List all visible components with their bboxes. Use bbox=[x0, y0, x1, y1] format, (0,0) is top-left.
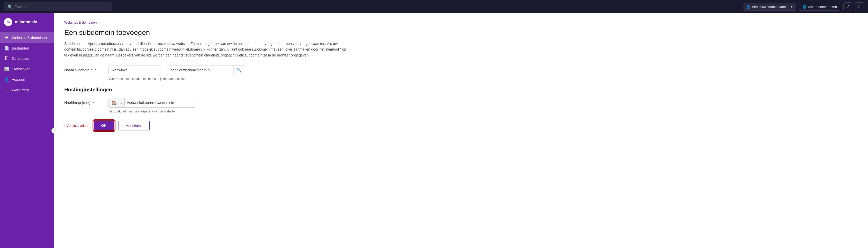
root-label: Hoofdmap (root) * bbox=[64, 101, 105, 105]
search-icon: 🔍 bbox=[7, 4, 12, 9]
sidebar-item-bestanden-label: Bestanden bbox=[12, 46, 29, 50]
sidebar-item-bestanden[interactable]: 📄 Bestanden bbox=[0, 43, 54, 54]
theme-btn[interactable]: ☾ bbox=[855, 2, 864, 11]
sidebar-item-account-label: Account bbox=[12, 77, 25, 82]
required-note: * Vereiste velden bbox=[64, 124, 90, 128]
search-input[interactable] bbox=[14, 5, 109, 9]
globe-icon: 🌐 bbox=[802, 5, 807, 9]
subdomain-name-input[interactable] bbox=[108, 65, 160, 75]
wordpress-icon: ⊕ bbox=[4, 87, 9, 93]
breadcrumb-parent[interactable]: Websites & domeinen bbox=[64, 21, 97, 24]
sidebar-item-account[interactable]: 👤 Account bbox=[0, 74, 54, 85]
topnav-right: 👤 eennieuwedomeinaam.nl ▾ 🌐 Alle abonnem… bbox=[743, 2, 864, 11]
sidebar-item-databases-label: Databases bbox=[12, 57, 29, 61]
ok-button[interactable]: OK bbox=[94, 120, 115, 131]
subscriptions-btn[interactable]: 🌐 Alle abonnementen bbox=[799, 3, 840, 10]
root-input[interactable] bbox=[125, 101, 196, 105]
stats-icon: 📊 bbox=[4, 67, 9, 71]
cancel-button[interactable]: Annuleren bbox=[119, 121, 150, 131]
hosting-section-title: Hostinginstellingen bbox=[64, 87, 352, 93]
footer-row: * Vereiste velden OK Annuleren bbox=[64, 120, 352, 131]
breadcrumb: Websites & domeinen › bbox=[64, 21, 352, 24]
account-icon: 👤 bbox=[4, 77, 9, 82]
logo-circle: m bbox=[4, 18, 12, 26]
page-description: Subdomeinen zijn internetadressen voor v… bbox=[64, 41, 347, 58]
domain-selector-btn[interactable]: 👤 eennieuwedomeinaam.nl ▾ bbox=[743, 3, 796, 10]
sidebar: m mijndomein ☰ Websites & domeinen 📄 Bes… bbox=[0, 13, 54, 248]
root-row: Hoofdmap (root) * 🏠 / bbox=[64, 98, 352, 108]
root-hint: Het zoekpad naar de startpagina van de w… bbox=[108, 110, 352, 113]
websites-icon: ☰ bbox=[4, 35, 9, 40]
sidebar-logo: m mijndomein bbox=[0, 13, 54, 30]
help-btn[interactable]: ? bbox=[843, 2, 852, 11]
root-required-star: * bbox=[93, 101, 94, 105]
help-icon: ? bbox=[847, 4, 849, 9]
user-icon: 👤 bbox=[746, 5, 750, 9]
main-content: Websites & domeinen › Een subdomein toev… bbox=[54, 13, 868, 248]
sidebar-item-websites-label: Websites & domeinen bbox=[12, 36, 47, 40]
database-icon: 🗄 bbox=[4, 56, 9, 61]
sidebar-item-websites[interactable]: ☰ Websites & domeinen bbox=[0, 32, 54, 43]
search-domain-icon: 🔍 bbox=[234, 66, 244, 75]
page-title: Een subdomein toevoegen bbox=[64, 29, 352, 37]
chevron-down-icon: ▾ bbox=[791, 5, 793, 9]
logo-text: mijndomein bbox=[15, 20, 37, 24]
root-input-wrapper: 🏠 / bbox=[108, 98, 196, 108]
subdomain-label: Naam subdomein * bbox=[64, 68, 105, 72]
sidebar-item-wordpress-label: WordPress bbox=[12, 88, 30, 92]
sidebar-item-wordpress[interactable]: ⊕ WordPress bbox=[0, 85, 54, 95]
subdomain-required-star: * bbox=[95, 68, 96, 72]
topnav: 🔍 👤 eennieuwedomeinaam.nl ▾ 🌐 Alle abonn… bbox=[0, 0, 868, 13]
sidebar-item-databases[interactable]: 🗄 Databases bbox=[0, 54, 54, 64]
subdomain-hint: Voer * in om een subdomein met een joker… bbox=[108, 77, 352, 81]
domain-selector[interactable]: eennieuwedomeinaam.nl 🔍 bbox=[167, 65, 244, 75]
theme-icon: ☾ bbox=[858, 4, 861, 9]
subdomain-name-row: Naam subdomein * . eennieuwedomeinaam.nl… bbox=[64, 65, 352, 75]
breadcrumb-separator: › bbox=[99, 21, 100, 24]
files-icon: 📄 bbox=[4, 46, 9, 50]
collapse-icon: ‹ bbox=[54, 130, 55, 132]
topnav-domain-label: eennieuwedomeinaam.nl bbox=[752, 5, 789, 9]
sidebar-nav: ☰ Websites & domeinen 📄 Bestanden 🗄 Data… bbox=[0, 30, 54, 248]
subscriptions-label: Alle abonnementen bbox=[808, 5, 837, 9]
home-icon: 🏠 bbox=[109, 98, 119, 107]
domain-value-text: eennieuwedomeinaam.nl bbox=[167, 68, 234, 72]
search-bar[interactable]: 🔍 bbox=[4, 2, 112, 11]
sidebar-collapse-btn[interactable]: ‹ bbox=[52, 128, 57, 134]
sidebar-item-statistieken-label: Statistieken bbox=[12, 67, 30, 71]
dot-separator: . bbox=[163, 68, 164, 72]
sidebar-item-statistieken[interactable]: 📊 Statistieken bbox=[0, 64, 54, 74]
logo-initials: m bbox=[7, 20, 10, 24]
root-slash: / bbox=[119, 98, 125, 107]
